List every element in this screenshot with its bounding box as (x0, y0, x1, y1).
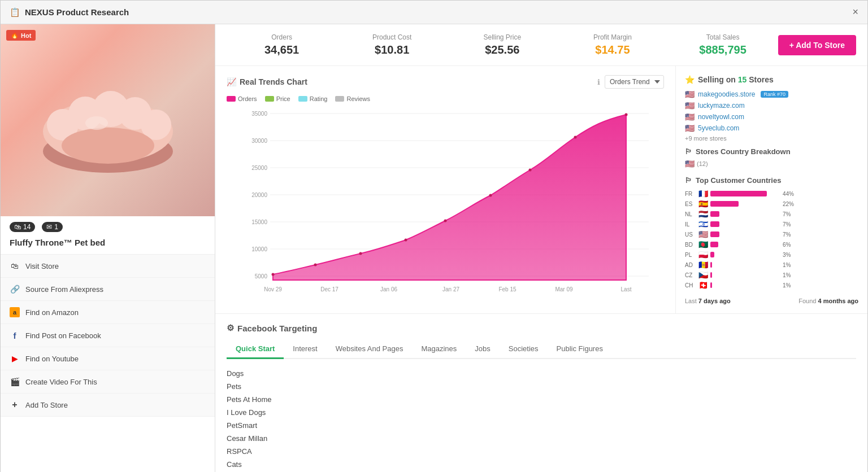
product-image-container: 🔥 Hot (1, 24, 215, 216)
chart-legend: Orders Price Rating Reviews (227, 95, 664, 102)
stores-title-text: Selling on 15 Stores (698, 75, 774, 84)
targeting-item-cesar-millan: Cesar Millan (227, 433, 856, 444)
svg-text:10000: 10000 (251, 246, 267, 252)
targeting-title-text: Facebook Targeting (237, 324, 317, 333)
chart-title-text: Real Trends Chart (240, 77, 307, 86)
country-cz: CZ 🇨🇿 1% (685, 270, 858, 279)
targeting-item-petsmart: PetSmart (227, 420, 856, 431)
il-bar-container (710, 221, 778, 227)
chart-dropdown[interactable]: Orders Trend Price Trend Rating Trend (605, 75, 664, 89)
legend-orders-label: Orders (238, 95, 257, 102)
us-flag-bar: 🇺🇸 (698, 230, 708, 239)
store-name-luckymaze: luckymaze.com (698, 102, 745, 110)
bd-pct: 6% (783, 242, 791, 248)
es-bar-container (710, 201, 778, 207)
find-amazon-action[interactable]: a Find on Amazon (1, 301, 215, 324)
find-youtube-action[interactable]: ▶ Find on Youtube (1, 347, 215, 370)
svg-point-31 (625, 113, 628, 116)
hot-badge: 🔥 Hot (6, 30, 36, 41)
stores-title: ⭐ Selling on 15 Stores (685, 75, 858, 84)
profit-margin-stat: Profit Margin $14.75 (557, 33, 667, 56)
tab-societies[interactable]: Societies (500, 340, 548, 359)
add-to-store-sidebar-label: Add To Store (25, 401, 68, 409)
store-item-noveltyowl[interactable]: 🇺🇸 noveltyowl.com (685, 112, 858, 121)
cz-flag: 🇨🇿 (698, 270, 708, 279)
store-name-5yveclub: 5yveclub.com (698, 124, 739, 132)
svg-text:30000: 30000 (251, 138, 267, 144)
targeting-icon: ⚙ (227, 323, 234, 333)
ch-bar (710, 282, 712, 288)
svg-point-24 (314, 264, 317, 266)
ad-bar-container (710, 262, 778, 268)
us-pct: 7% (783, 231, 791, 238)
bd-flag: 🇧🇩 (698, 240, 708, 249)
bd-code: BD (685, 242, 696, 248)
modal-header: 📋 NEXUS Product Research × (1, 1, 867, 24)
ch-flag: 🇨🇭 (698, 281, 708, 290)
find-facebook-action[interactable]: f Find Post on Facebook (1, 324, 215, 347)
product-name: Fluffy Throne™ Pet bed (1, 235, 215, 254)
svg-point-26 (405, 239, 407, 242)
svg-text:Dec 17: Dec 17 (320, 286, 338, 292)
plus-icon: + (10, 400, 20, 410)
country-ad: AD 🇦🇩 1% (685, 260, 858, 269)
sidebar-actions: 🛍 Visit Store 🔗 Source From Aliexpress a… (1, 254, 215, 417)
country-nl: NL 🇳🇱 7% (685, 209, 858, 218)
sidebar: 🔥 Hot 🛍 14 ✉ 1 Fluffy Throne™ Pet bed (1, 24, 215, 472)
targeting-item-dogs: Dogs (227, 368, 856, 379)
legend-reviews: Reviews (335, 95, 370, 102)
es-pct: 22% (783, 201, 794, 207)
source-aliexpress-action[interactable]: 🔗 Source From Aliexpress (1, 278, 215, 301)
svg-text:25000: 25000 (251, 165, 267, 171)
facebook-icon: f (10, 330, 20, 340)
close-button[interactable]: × (852, 6, 858, 18)
visit-store-label: Visit Store (25, 262, 59, 270)
fr-bar-container (710, 191, 778, 196)
tab-interest[interactable]: Interest (284, 340, 326, 359)
targeting-tabs: Quick Start Interest Websites And Pages … (227, 340, 856, 359)
stats-row: Orders 34,651 Product Cost $10.81 Sellin… (215, 24, 867, 66)
nl-pct: 7% (783, 211, 791, 217)
store-item-makegoodies[interactable]: 🇺🇸 makegoodies.store Rank #70 (685, 90, 858, 99)
pl-flag: 🇵🇱 (698, 250, 708, 259)
selling-price-stat: Selling Price $25.56 (447, 33, 557, 56)
cz-pct: 1% (783, 272, 791, 278)
chart-icon: 📈 (227, 77, 236, 86)
nl-code: NL (685, 211, 696, 217)
targeting-item-rspca: RSPCA (227, 446, 856, 457)
stores-panel: ⭐ Selling on 15 Stores 🇺🇸 makegoodies.st… (675, 66, 867, 313)
ad-flag: 🇦🇩 (698, 260, 708, 269)
svg-point-28 (489, 194, 492, 197)
find-facebook-label: Find Post on Facebook (25, 331, 101, 340)
info-icon: ℹ (597, 78, 600, 86)
store-item-5yveclub[interactable]: 🇺🇸 5yveclub.com (685, 124, 858, 133)
tab-quick-start[interactable]: Quick Start (227, 340, 284, 359)
selling-price-value: $25.56 (447, 43, 557, 56)
us-flag-4: 🇺🇸 (685, 124, 695, 133)
add-to-store-sidebar-action[interactable]: + Add To Store (1, 394, 215, 417)
add-to-store-button[interactable]: + Add To Store (778, 35, 856, 55)
svg-text:Nov 29: Nov 29 (264, 286, 282, 292)
tab-magazines[interactable]: Magazines (412, 340, 466, 359)
svg-text:20000: 20000 (251, 192, 267, 198)
ch-code: CH (685, 282, 696, 289)
product-illustration (34, 64, 181, 177)
visit-store-action[interactable]: 🛍 Visit Store (1, 255, 215, 278)
us-flag-2: 🇺🇸 (685, 101, 695, 110)
nl-bar (710, 211, 719, 217)
tab-jobs[interactable]: Jobs (466, 340, 499, 359)
tab-public-figures[interactable]: Public Figures (548, 340, 612, 359)
profit-margin-value: $14.75 (557, 43, 667, 56)
targeting-item-i-love-dogs: I Love Dogs (227, 407, 856, 418)
legend-orders-dot (227, 96, 236, 102)
country-bd: BD 🇧🇩 6% (685, 240, 858, 249)
profit-margin-label: Profit Margin (557, 33, 667, 41)
create-video-label: Create Video For This (25, 378, 97, 386)
store-item-luckymaze[interactable]: 🇺🇸 luckymaze.com (685, 101, 858, 110)
tab-websites-pages[interactable]: Websites And Pages (327, 340, 413, 359)
country-us: US 🇺🇸 7% (685, 230, 858, 239)
create-video-action[interactable]: 🎬 Create Video For This (1, 370, 215, 394)
chart-section: 📈 Real Trends Chart ℹ Orders Trend Price… (215, 66, 867, 314)
orders-value: 34,651 (227, 43, 337, 56)
pl-bar (710, 252, 714, 257)
